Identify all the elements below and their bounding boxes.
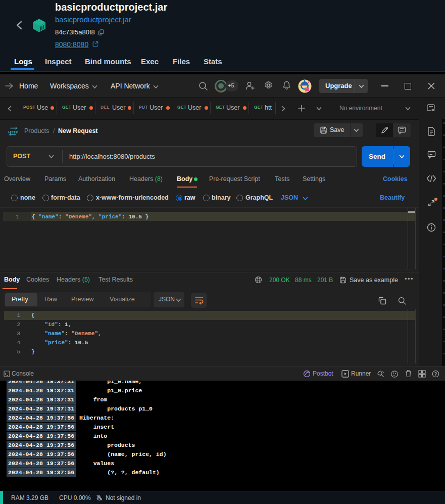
svg-text:HTTP: HTTP — [8, 130, 18, 134]
